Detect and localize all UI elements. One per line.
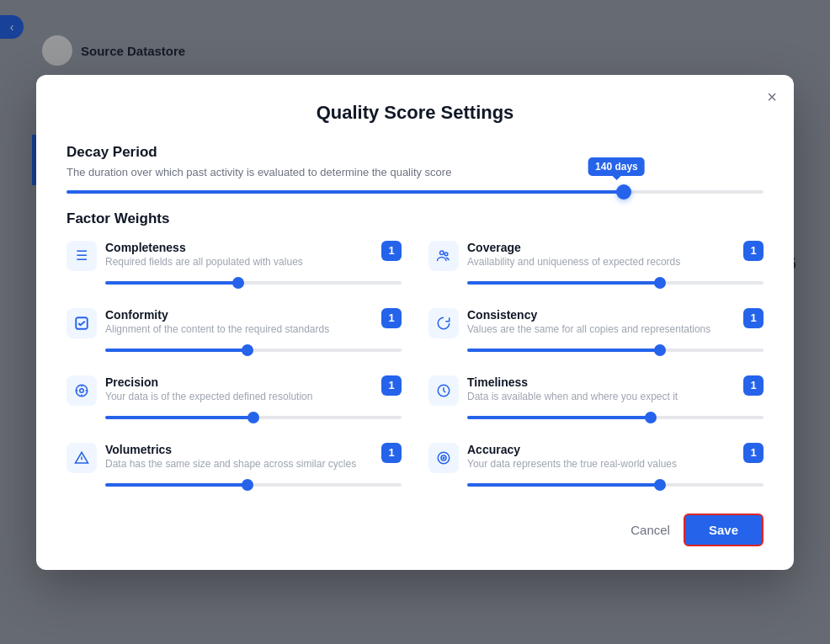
factor-volumetrics: Volumetrics Data has the same size and s… (67, 443, 402, 493)
volumetrics-badge: 1 (381, 443, 402, 463)
cancel-button[interactable]: Cancel (630, 523, 670, 537)
timeliness-desc: Data is available when and where you exp… (467, 391, 735, 402)
volumetrics-icon (67, 443, 97, 473)
modal-backdrop: × Quality Score Settings Decay Period Th… (0, 0, 830, 644)
consistency-icon (428, 308, 459, 338)
coverage-badge: 1 (743, 241, 763, 261)
factor-conformity-text: Conformity Alignment of the content to t… (105, 308, 373, 335)
modal-title: Quality Score Settings (67, 102, 763, 124)
coverage-icon (428, 241, 459, 271)
decay-period-desc: The duration over which past activity is… (67, 166, 763, 178)
coverage-track (467, 281, 763, 285)
decay-slider-tooltip: 140 days (588, 157, 645, 176)
conformity-fill (105, 349, 247, 352)
conformity-track (105, 349, 402, 352)
consistency-track (467, 349, 763, 352)
conformity-desc: Alignment of the content to the required… (105, 323, 373, 335)
conformity-thumb[interactable] (242, 344, 253, 356)
factor-coverage: Coverage Availability and uniqueness of … (428, 241, 763, 291)
timeliness-thumb[interactable] (645, 412, 657, 423)
svg-point-0 (440, 251, 444, 255)
timeliness-fill (467, 416, 651, 419)
modal-dialog: × Quality Score Settings Decay Period Th… (36, 75, 794, 570)
coverage-name: Coverage (467, 241, 735, 254)
decay-slider-thumb[interactable]: 140 days (616, 184, 631, 200)
conformity-icon (67, 308, 97, 338)
factor-precision-header: Precision Your data is of the expected d… (67, 375, 402, 406)
factor-consistency-text: Consistency Values are the same for all … (467, 308, 735, 335)
precision-name: Precision (105, 375, 373, 389)
volumetrics-track (105, 483, 402, 487)
coverage-slider (467, 274, 763, 291)
timeliness-slider (467, 409, 763, 426)
factor-completeness: ☰ Completeness Required fields are all p… (67, 241, 402, 291)
conformity-badge: 1 (381, 308, 402, 328)
factor-coverage-header: Coverage Availability and uniqueness of … (428, 241, 763, 271)
precision-fill (105, 416, 253, 419)
accuracy-track (467, 483, 763, 487)
completeness-desc: Required fields are all populated with v… (105, 256, 373, 268)
consistency-thumb[interactable] (654, 344, 666, 356)
factor-accuracy-text: Accuracy Your data represents the true r… (467, 443, 735, 470)
factor-conformity: Conformity Alignment of the content to t… (67, 308, 402, 359)
factor-precision: Precision Your data is of the expected d… (67, 375, 402, 426)
coverage-fill (467, 281, 660, 285)
completeness-name: Completeness (105, 241, 373, 254)
completeness-badge: 1 (381, 241, 402, 261)
timeliness-track (467, 416, 763, 419)
conformity-name: Conformity (105, 308, 373, 322)
factor-timeliness-text: Timeliness Data is available when and wh… (467, 375, 735, 402)
svg-point-14 (443, 457, 444, 459)
precision-slider (105, 409, 402, 426)
precision-track (105, 416, 402, 419)
coverage-desc: Availability and uniqueness of expected … (467, 256, 735, 268)
volumetrics-name: Volumetrics (105, 443, 373, 456)
timeliness-badge: 1 (743, 375, 763, 396)
completeness-thumb[interactable] (232, 277, 244, 289)
decay-period-title: Decay Period (67, 144, 763, 161)
factor-consistency: Consistency Values are the same for all … (428, 308, 763, 359)
accuracy-thumb[interactable] (654, 479, 666, 491)
consistency-desc: Values are the same for all copies and r… (467, 323, 735, 335)
factor-conformity-header: Conformity Alignment of the content to t… (67, 308, 402, 338)
factor-accuracy: Accuracy Your data represents the true r… (428, 443, 763, 493)
precision-desc: Your data is of the expected defined res… (105, 391, 373, 402)
factor-completeness-text: Completeness Required fields are all pop… (105, 241, 373, 268)
background: ‹ Source Datastore 86 × Quality Score Se… (0, 0, 830, 644)
factor-timeliness: Timeliness Data is available when and wh… (428, 375, 763, 426)
volumetrics-slider (105, 476, 402, 493)
factor-timeliness-header: Timeliness Data is available when and wh… (428, 375, 763, 406)
completeness-icon: ☰ (67, 241, 97, 271)
consistency-name: Consistency (467, 308, 735, 322)
precision-thumb[interactable] (247, 412, 259, 423)
factor-volumetrics-header: Volumetrics Data has the same size and s… (67, 443, 402, 473)
factor-weights-title: Factor Weights (67, 210, 763, 227)
accuracy-name: Accuracy (467, 443, 735, 456)
decay-slider-container: 140 days (67, 190, 763, 194)
factor-accuracy-header: Accuracy Your data represents the true r… (428, 443, 763, 473)
decay-period-section: Decay Period The duration over which pas… (67, 144, 763, 194)
coverage-thumb[interactable] (654, 277, 666, 289)
volumetrics-desc: Data has the same size and shape across … (105, 458, 373, 470)
accuracy-desc: Your data represents the true real-world… (467, 458, 735, 470)
precision-icon (67, 375, 97, 406)
svg-point-1 (444, 252, 448, 255)
completeness-slider (105, 274, 402, 291)
factor-volumetrics-text: Volumetrics Data has the same size and s… (105, 443, 373, 470)
timeliness-name: Timeliness (467, 375, 735, 389)
accuracy-icon (428, 443, 459, 473)
decay-slider-fill (67, 190, 624, 194)
precision-badge: 1 (381, 375, 402, 396)
save-button[interactable]: Save (684, 514, 763, 546)
decay-slider-track: 140 days (67, 190, 763, 194)
volumetrics-thumb[interactable] (242, 479, 253, 491)
consistency-badge: 1 (743, 308, 763, 328)
factor-completeness-header: ☰ Completeness Required fields are all p… (67, 241, 402, 271)
conformity-slider (105, 342, 402, 359)
modal-footer: Cancel Save (67, 514, 763, 546)
consistency-slider (467, 342, 763, 359)
completeness-track (105, 281, 402, 285)
modal-close-button[interactable]: × (767, 88, 777, 105)
accuracy-fill (467, 483, 660, 487)
factor-coverage-text: Coverage Availability and uniqueness of … (467, 241, 735, 268)
